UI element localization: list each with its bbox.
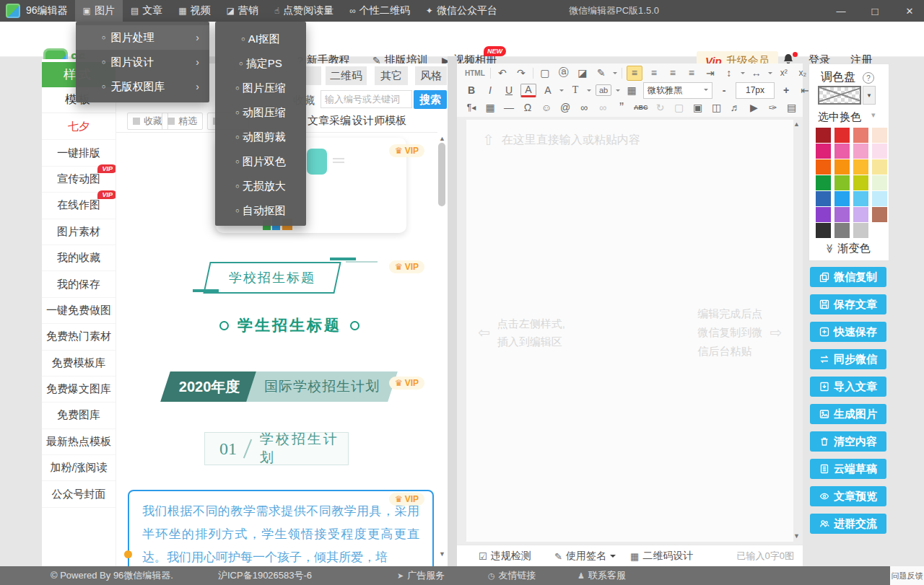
video-insert-icon[interactable]: ▶ — [747, 101, 762, 115]
signature-button[interactable]: ✎ 使用签名 — [554, 545, 616, 567]
caret-down-icon[interactable]: ▾ — [871, 110, 876, 120]
caret-icon[interactable] — [587, 89, 591, 94]
eraser-icon[interactable]: ◪ — [575, 66, 590, 80]
sidebar-item-hot-templates[interactable]: 最新热点模板 — [42, 429, 116, 455]
align-right-icon[interactable]: ≡ — [666, 66, 680, 80]
color-swatch[interactable] — [816, 223, 831, 238]
table-icon[interactable]: ▦ — [483, 101, 497, 115]
color-swatch[interactable] — [853, 144, 868, 159]
font-increase-button[interactable]: + — [779, 84, 793, 97]
clear-content-button[interactable]: 清空内容 — [810, 431, 886, 452]
gallery-icon[interactable]: ▣ — [691, 101, 705, 115]
align-left-icon[interactable]: ≡ — [627, 66, 642, 81]
clear-format-icon[interactable]: ⓐ — [557, 66, 571, 80]
qrcode-design-button[interactable]: ▦ 二维码设计 — [630, 545, 693, 567]
emoji-icon[interactable]: ☺ — [539, 101, 554, 115]
letter-spacing-icon[interactable]: ↔ — [749, 66, 764, 80]
caret-icon[interactable] — [741, 72, 745, 76]
underline-button[interactable]: U — [502, 84, 516, 97]
template-plan-banner[interactable]: 国际学校招生计划 — [246, 371, 398, 402]
format-brush-icon[interactable]: ✎ — [594, 66, 609, 80]
submenu-item-image-compress[interactable]: ○ 图片压缩 — [215, 76, 306, 100]
music-icon[interactable]: ♬ — [728, 101, 743, 115]
feedback-button[interactable]: 问题反馈 — [890, 566, 924, 585]
menu-marketing[interactable]: ◪ 营销 — [219, 0, 266, 22]
color-swatch[interactable] — [872, 175, 887, 190]
submenu-item-gif-compress[interactable]: ○ 动图压缩 — [215, 100, 306, 125]
sidebar-item-online-drawing[interactable]: 在线作图 VIP — [42, 193, 116, 219]
preview-article-button[interactable]: 文章预览 — [810, 486, 886, 506]
highlight-color-button[interactable]: A — [541, 84, 555, 97]
color-swatch[interactable] — [816, 175, 831, 190]
html-source-button[interactable]: HTML — [464, 66, 486, 80]
gradient-colors-toggle[interactable]: ≫ 渐变色 — [825, 242, 871, 255]
sidebar-item-image-material[interactable]: 图片素材 — [42, 219, 116, 245]
filter-featured[interactable]: 精选 — [162, 113, 203, 130]
quick-save-button[interactable]: 快速保存 — [810, 322, 886, 342]
color-swatch[interactable] — [834, 207, 850, 222]
template-title-box[interactable]: 学校招生标题 — [203, 262, 341, 294]
indent-icon[interactable]: ⇥ — [703, 66, 718, 80]
color-swatch[interactable] — [834, 159, 850, 175]
caret-icon[interactable] — [559, 89, 564, 94]
cloud-draft-button[interactable]: 云端草稿 — [810, 459, 886, 479]
sync-wechat-button[interactable]: 同步微信 — [810, 349, 886, 369]
color-swatch[interactable] — [816, 207, 831, 222]
menu-video[interactable]: ▦ 视频 — [170, 0, 218, 22]
violation-check-button[interactable]: ☑ 违规检测 — [479, 545, 531, 567]
refresh-icon[interactable]: ↻ — [653, 101, 668, 115]
menu-qrcode[interactable]: ∞ 个性二维码 — [341, 0, 418, 22]
font-family-select[interactable]: 微软雅黑 — [643, 82, 712, 99]
template-year-banner[interactable]: 2020年度 — [160, 371, 258, 402]
superscript-icon[interactable]: x² — [777, 66, 791, 80]
menu-item-image-processing[interactable]: ○ 图片处理 › — [76, 25, 209, 50]
color-swatch[interactable] — [872, 191, 887, 206]
sidebar-item-qixi[interactable]: 七夕 — [42, 114, 116, 140]
italic-button[interactable]: I — [483, 84, 497, 97]
article-collect-link[interactable]: 文章采编 — [308, 114, 351, 128]
tab-fengge[interactable]: 风格 — [415, 66, 447, 85]
color-swatch[interactable] — [853, 159, 868, 175]
editor-scroll-up-icon[interactable]: ▲ — [793, 120, 800, 128]
background-color-button[interactable]: ab — [596, 84, 611, 96]
sidebar-item-promo-gif[interactable]: 宣传动图 VIP — [42, 167, 116, 193]
search-input[interactable] — [321, 90, 412, 108]
color-swatch[interactable] — [872, 144, 887, 159]
menu-likes[interactable]: ☝ 点赞阅读量 — [266, 0, 341, 22]
color-swatch[interactable] — [853, 191, 868, 206]
caret-icon[interactable] — [616, 89, 620, 94]
submenu-item-lossless-enlarge[interactable]: ○ 无损放大 — [215, 174, 306, 198]
ad-service-link[interactable]: ➤ 广告服务 — [397, 566, 445, 585]
search-button[interactable]: 搜索 — [414, 90, 447, 109]
sidebar-item-my-saves[interactable]: 我的保存 — [42, 271, 116, 297]
mention-icon[interactable]: @ — [558, 101, 572, 115]
undo-icon[interactable]: ↶ — [495, 66, 510, 80]
color-swatch[interactable] — [872, 159, 887, 175]
scrollbar-thumb[interactable] — [438, 143, 445, 206]
tab-other[interactable]: 其它 — [375, 66, 408, 85]
image-icon[interactable]: ▢ — [672, 101, 687, 115]
help-icon[interactable]: ? — [863, 72, 874, 84]
sidebar-item-free-article-lib[interactable]: 免费爆文图库 — [42, 377, 116, 403]
editor-scroll-down-icon[interactable]: ▼ — [793, 532, 800, 540]
redo-icon[interactable]: ↷ — [514, 66, 528, 80]
screenshot-icon[interactable]: ◫ — [710, 101, 724, 115]
horizontal-rule-icon[interactable]: — — [502, 101, 516, 115]
color-swatch[interactable] — [834, 191, 850, 206]
select-recolor-label[interactable]: 选中换色 — [818, 110, 861, 124]
menu-wechat-platform[interactable]: ✦ 微信公众平台 — [418, 0, 505, 22]
menu-item-image-design[interactable]: ○ 图片设计 › — [76, 50, 209, 74]
sidebar-item-grow-followers[interactable]: 加粉/涨阅读 — [42, 455, 116, 481]
generate-image-button[interactable]: 生成图片 — [810, 404, 886, 424]
color-swatch[interactable] — [816, 144, 831, 159]
color-swatch[interactable] — [872, 207, 887, 222]
maximize-button[interactable]: □ — [864, 0, 886, 22]
special-char-icon[interactable]: Ω — [520, 101, 535, 115]
layout-icon[interactable]: ▤ — [785, 101, 799, 115]
color-swatch[interactable] — [816, 191, 831, 206]
color-swatch[interactable] — [816, 128, 831, 143]
designer-template-link[interactable]: 设计师模板 — [352, 114, 406, 128]
paragraph-direction-icon[interactable]: ¶◂ — [464, 101, 479, 115]
editor-page[interactable]: ⇧ 在这里直接输入或粘贴内容 ⇦ 点击左侧样式, 插入到编辑区 编辑完成后点 微… — [466, 120, 793, 542]
menu-article[interactable]: ▤ 文章 — [123, 0, 170, 22]
